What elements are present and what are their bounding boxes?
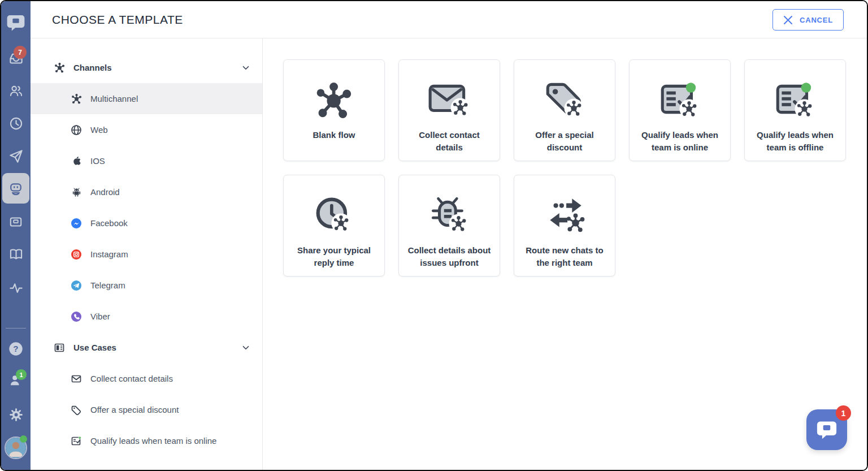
template-card-title: Qualify leads when team is offline: [745, 129, 845, 154]
nav-item-offer-a-special-discount[interactable]: Offer a special discount: [31, 394, 262, 425]
hub-icon: [313, 75, 355, 124]
use-cases-icon: [53, 342, 66, 354]
chat-logo-icon[interactable]: [6, 13, 25, 32]
template-card-collect-details-about-issues-upfront[interactable]: Collect details about issues upfront: [398, 175, 500, 276]
template-card-title: Share your typical reply time: [284, 244, 384, 269]
tag-hub-icon: [542, 75, 587, 124]
chatbot-icon[interactable]: [6, 179, 25, 198]
multichannel-icon: [53, 62, 66, 74]
page-title: CHOOSE A TEMPLATE: [52, 13, 183, 27]
app-window: 7 ? 1: [0, 0, 868, 471]
app-sidebar: 7 ? 1: [1, 1, 31, 470]
qualify-hub-icon: [657, 75, 702, 124]
globe-icon: [70, 124, 83, 136]
nav-item-viber[interactable]: Viber: [31, 301, 262, 332]
nav-item-label: Instagram: [90, 249, 128, 259]
bug-hub-icon: [427, 190, 472, 240]
nav-section-label: Use Cases: [73, 343, 116, 352]
book-icon[interactable]: [6, 244, 25, 263]
card-icon[interactable]: [6, 212, 25, 231]
template-card-title: Route new chats to the right team: [514, 244, 615, 269]
sidebar-divider: [6, 328, 26, 329]
online-status-dot: [20, 435, 27, 443]
tag-icon: [70, 404, 83, 416]
nav-item-label: Offer a special discount: [90, 405, 179, 414]
telegram-icon: [70, 279, 83, 292]
nav-item-facebook[interactable]: Facebook: [31, 208, 262, 239]
template-card-qualify-leads-when-team-is-offline[interactable]: Qualify leads when team is offline: [744, 59, 846, 161]
cancel-button[interactable]: CANCEL: [772, 9, 844, 31]
viber-icon: [70, 310, 83, 323]
chat-bubble-icon: [816, 420, 837, 440]
qualify-hub-icon: [772, 75, 818, 124]
nav-item-multichannel[interactable]: Multichannel: [31, 83, 262, 114]
instagram-icon: [70, 248, 83, 261]
chat-unread-badge: 1: [836, 405, 851, 421]
template-card-share-your-typical-reply-time[interactable]: Share your typical reply time: [283, 175, 385, 276]
template-grid: Blank flow Collect contact details Offer…: [283, 59, 848, 276]
template-card-offer-a-special-discount[interactable]: Offer a special discount: [514, 59, 615, 161]
route-hub-icon: [542, 190, 587, 240]
cancel-button-label: CANCEL: [800, 16, 833, 24]
template-card-title: Qualify leads when team is online: [630, 129, 730, 154]
nav-item-label: Collect contact details: [90, 374, 173, 383]
template-card-title: Blank flow: [307, 129, 361, 141]
invite-teammate-badge: 1: [16, 369, 27, 380]
chat-launcher-button[interactable]: 1: [806, 409, 847, 450]
nav-item-collect-contact-details[interactable]: Collect contact details: [31, 363, 262, 394]
template-card-collect-contact-details[interactable]: Collect contact details: [398, 59, 500, 161]
nav-item-label: Qualify leads when team is online: [90, 436, 216, 446]
chevron-down-icon: [241, 343, 251, 353]
template-card-route-new-chats-to-the-right-team[interactable]: Route new chats to the right team: [514, 175, 615, 276]
clock-hub-icon: [313, 190, 355, 240]
clock-icon[interactable]: [6, 114, 25, 133]
help-icon[interactable]: ?: [6, 339, 25, 358]
nav-item-qualify-leads-when-team-is-online[interactable]: Qualify leads when team is online: [31, 425, 262, 456]
send-icon[interactable]: [6, 146, 25, 166]
template-card-title: Offer a special discount: [514, 129, 615, 154]
qualify-icon: [70, 435, 83, 447]
envelope-hub-icon: [427, 75, 472, 124]
nav-item-label: Web: [90, 125, 108, 135]
template-card-qualify-leads-when-team-is-online[interactable]: Qualify leads when team is online: [629, 59, 731, 161]
nav-item-web[interactable]: Web: [31, 114, 262, 145]
nav-item-label: Android: [90, 187, 120, 197]
messenger-icon: [70, 217, 83, 230]
template-nav: Channels Multichannel Web IOS Android Fa…: [31, 38, 263, 470]
template-card-title: Collect contact details: [399, 129, 500, 154]
activity-icon[interactable]: [6, 278, 25, 297]
multichannel-icon: [70, 93, 83, 105]
nav-section-use-cases[interactable]: Use Cases: [31, 332, 262, 363]
nav-section-channels[interactable]: Channels: [31, 52, 262, 83]
nav-item-label: Viber: [90, 312, 110, 321]
contacts-icon[interactable]: [6, 81, 25, 100]
settings-icon[interactable]: [6, 405, 25, 424]
nav-item-label: Multichannel: [90, 94, 138, 103]
inbox-badge: 7: [14, 46, 27, 59]
nav-item-telegram[interactable]: Telegram: [31, 270, 262, 301]
nav-item-android[interactable]: Android: [31, 176, 262, 208]
apple-icon: [70, 155, 83, 167]
nav-section-label: Channels: [73, 63, 112, 72]
svg-text:?: ?: [13, 344, 18, 353]
nav-item-label: Facebook: [90, 218, 128, 228]
nav-item-instagram[interactable]: Instagram: [31, 239, 262, 270]
nav-item-label: Telegram: [90, 280, 125, 290]
template-card-title: Collect details about issues upfront: [399, 244, 500, 269]
chevron-down-icon: [241, 63, 251, 73]
envelope-icon: [70, 373, 83, 385]
modal-header: CHOOSE A TEMPLATE CANCEL: [31, 1, 867, 38]
close-icon: [783, 15, 793, 25]
nav-item-label: IOS: [90, 156, 105, 166]
template-area: Blank flow Collect contact details Offer…: [263, 38, 867, 470]
android-icon: [70, 186, 83, 198]
template-card-blank-flow[interactable]: Blank flow: [283, 59, 385, 161]
nav-item-ios[interactable]: IOS: [31, 145, 262, 176]
